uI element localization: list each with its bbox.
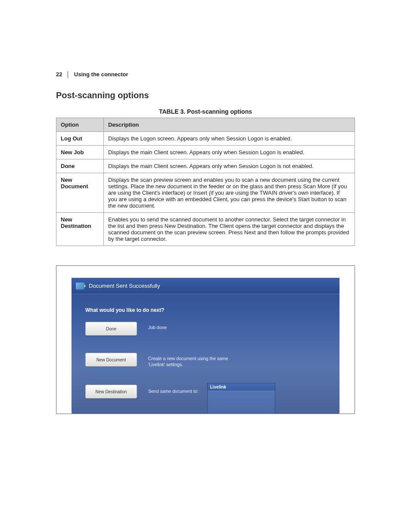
app-titlebar: Document Sent Successfully: [72, 278, 339, 294]
app-title: Document Sent Successfully: [89, 283, 160, 289]
col-description: Description: [104, 118, 355, 132]
destination-item[interactable]: Livelink: [208, 383, 275, 391]
app-window: Document Sent Successfully What would yo…: [72, 278, 339, 414]
section-heading: Post-scanning options: [56, 90, 355, 100]
table-caption-text: Post-scanning options: [187, 108, 252, 115]
table-row: Log Out Displays the Logon screen. Appea…: [56, 132, 355, 146]
header-separator: │: [66, 71, 70, 78]
new-document-button[interactable]: New Document: [85, 353, 137, 367]
page-header: 22 │ Using the connector: [56, 71, 355, 78]
screenshot-figure: Document Sent Successfully What would yo…: [56, 265, 355, 414]
table-row: Done Displays the main Client screen. Ap…: [56, 159, 355, 173]
done-desc: Job done: [148, 322, 167, 330]
new-document-desc: Create a new document using the same 'Li…: [148, 353, 234, 367]
destination-list[interactable]: Livelink: [207, 383, 275, 414]
prompt-text: What would you like to do next?: [72, 294, 339, 317]
page-number: 22: [56, 71, 62, 78]
new-destination-button[interactable]: New Destination: [85, 385, 137, 398]
description-cell: Displays the main Client screen. Appears…: [104, 146, 355, 159]
description-cell: Displays the Logon screen. Appears only …: [104, 132, 355, 146]
row-done: Done Job done: [72, 317, 339, 336]
row-new-document: New Document Create a new document using…: [72, 348, 339, 367]
description-cell: Displays the scan preview screen and ena…: [104, 173, 355, 213]
new-destination-desc: Send same document to:: [148, 385, 199, 394]
table-caption: TABLE 3. Post-scanning options: [56, 108, 355, 115]
table-row: New Document Displays the scan preview s…: [56, 173, 355, 213]
options-table: Option Description Log Out Displays the …: [56, 118, 355, 246]
document-sent-icon: [76, 283, 84, 289]
done-button[interactable]: Done: [85, 322, 137, 336]
description-cell: Displays the main Client screen. Appears…: [104, 159, 355, 173]
table-caption-label: TABLE 3.: [159, 108, 185, 115]
col-option: Option: [56, 118, 104, 132]
row-new-destination: New Destination Send same document to: L…: [72, 380, 339, 414]
description-cell: Enables you to send the scanned document…: [104, 213, 355, 246]
option-cell: New Document: [56, 173, 104, 213]
option-cell: Log Out: [56, 132, 104, 146]
table-row: New Job Displays the main Client screen.…: [56, 146, 355, 159]
option-cell: New Job: [56, 146, 104, 159]
option-cell: Done: [56, 159, 104, 173]
option-cell: New Destination: [56, 213, 104, 246]
chapter-title: Using the connector: [74, 71, 128, 78]
table-row: New Destination Enables you to send the …: [56, 213, 355, 246]
